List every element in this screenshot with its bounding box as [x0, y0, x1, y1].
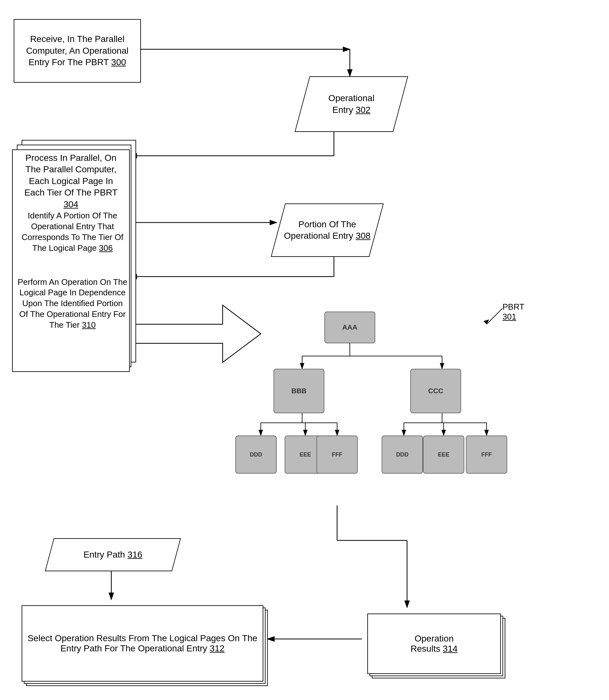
receive-box-text: Receive, In The Parallel Computer, An Op… [18, 33, 136, 68]
tree-node-fff1: FFF [316, 435, 358, 474]
diagram-container: Receive, In The Parallel Computer, An Op… [0, 0, 609, 700]
receive-box: Receive, In The Parallel Computer, An Op… [14, 19, 141, 83]
operation-results-box: OperationResults 314 [367, 613, 501, 674]
select-box: Select Operation Results From The Logica… [22, 605, 263, 682]
svg-line-35 [487, 308, 503, 324]
portion-entry-text: Portion Of TheOperational Entry 308 [284, 219, 370, 242]
operation-results-text: OperationResults 314 [411, 633, 458, 654]
identify-box-text: Identify A Portion Of The Operational En… [17, 211, 127, 253]
pbrt-arrow-svg [471, 305, 522, 330]
tree-node-bbb: BBB [274, 369, 324, 413]
tree-node-fff2: FFF [466, 435, 507, 474]
operational-entry-text: OperationalEntry 302 [329, 92, 375, 116]
entry-path-text: Entry Path 316 [83, 549, 142, 560]
tree-node-ccc: CCC [410, 369, 461, 413]
svg-marker-34 [130, 305, 261, 362]
select-box-text: Select Operation Results From The Logica… [27, 633, 258, 653]
tree-node-eee2: EEE [423, 435, 464, 474]
receive-box-number: 300 [111, 57, 126, 67]
tree-node-ddd2: DDD [382, 435, 423, 474]
identify-box: Identify A Portion Of The Operational En… [14, 197, 131, 267]
perform-box-text: Perform An Operation On The Logical Page… [17, 277, 127, 330]
entry-path-parallelogram: Entry Path 316 [49, 538, 176, 571]
tree-node-ddd1: DDD [235, 435, 277, 474]
perform-box: Perform An Operation On The Logical Page… [14, 264, 131, 343]
portion-entry-parallelogram: Portion Of TheOperational Entry 308 [278, 203, 377, 257]
operational-entry-parallelogram: OperationalEntry 302 [302, 76, 401, 132]
tree-node-aaa: AAA [324, 311, 375, 343]
svg-marker-36 [483, 320, 489, 324]
